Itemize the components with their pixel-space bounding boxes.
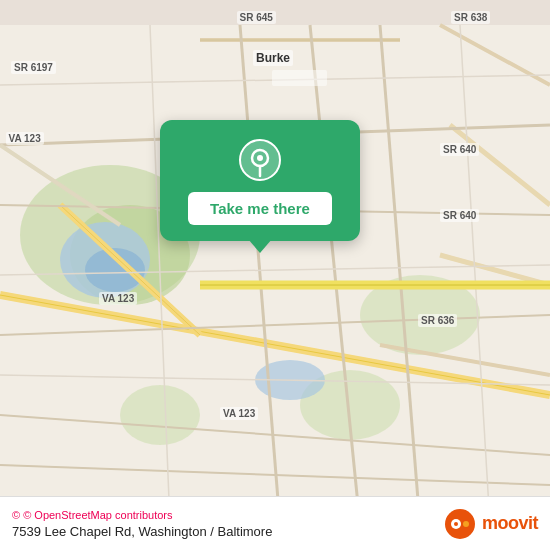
moovit-text: moovit [482,513,538,534]
moovit-logo: moovit [444,508,538,540]
osm-copyright-symbol: © [12,509,20,521]
osm-credit: © © OpenStreetMap contributors [12,509,272,521]
svg-point-39 [257,155,263,161]
map-container: SR 645 SR 638 SR 6197 VA 123 SR 640 Burk… [0,0,550,550]
road-label-sr645: SR 645 [237,11,276,24]
moovit-icon [444,508,476,540]
svg-point-7 [120,385,200,445]
road-label-sr6197: SR 6197 [11,61,56,74]
road-label-va123-left: VA 123 [6,132,44,145]
burke-label: Burke [253,50,293,66]
address-label: 7539 Lee Chapel Rd, Washington / Baltimo… [12,524,272,539]
osm-credit-text: © OpenStreetMap contributors [23,509,172,521]
svg-rect-35 [272,70,327,86]
road-label-va123-bot: VA 123 [220,407,258,420]
bottom-bar: © © OpenStreetMap contributors 7539 Lee … [0,496,550,550]
road-label-sr638: SR 638 [451,11,490,24]
road-label-sr640-top: SR 640 [440,143,479,156]
svg-point-42 [463,521,469,527]
svg-point-43 [454,522,458,526]
road-label-sr636: SR 636 [418,314,457,327]
take-me-there-button[interactable]: Take me there [188,192,332,225]
location-pin-icon [238,138,282,182]
road-label-va123-btm: VA 123 [99,292,137,305]
location-popup: Take me there [160,120,360,241]
map-background [0,0,550,550]
road-label-sr640-mid: SR 640 [440,209,479,222]
